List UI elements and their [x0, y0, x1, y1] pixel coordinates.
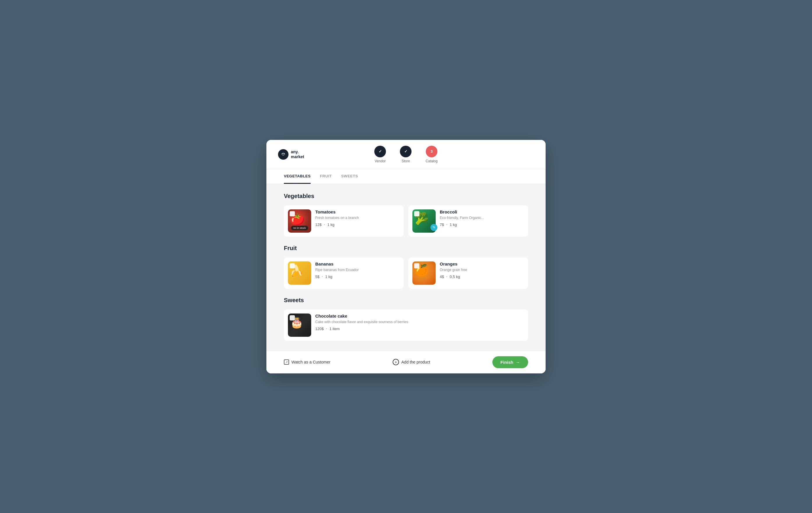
cake-checkbox[interactable]	[290, 315, 295, 320]
vegetables-grid: no in stock Tomatoes Fresh tomatoes on a…	[284, 205, 528, 237]
sweets-title: Sweets	[284, 297, 528, 304]
oranges-info: Oranges Orange grain free 4$ • 0,5 kg	[440, 261, 524, 279]
bananas-unit: 1 kg	[325, 275, 332, 279]
fruit-title: Fruit	[284, 245, 528, 252]
broccoli-meta: 7$ • 1 kg	[440, 223, 524, 227]
tomatoes-image-wrap: no in stock	[288, 209, 311, 233]
tomatoes-badge: no in stock	[291, 226, 308, 230]
section-vegetables: Vegetables no in stock Tomatoes Fresh to…	[284, 193, 528, 237]
bananas-meta: 5$ • 1 kg	[315, 275, 400, 279]
step-catalog-number: 3	[430, 149, 432, 153]
cake-unit: 1 item	[329, 326, 340, 331]
vegetables-title: Vegetables	[284, 193, 528, 200]
section-fruit: Fruit Bananas Ripe bananas from Ecuador …	[284, 245, 528, 289]
step-catalog: 3 Catalog	[426, 146, 437, 163]
main-window: any. market ✓ Vendor ✓ Store 3	[266, 140, 546, 373]
logo-text: any. market	[291, 149, 304, 160]
tomatoes-checkbox[interactable]	[290, 211, 295, 217]
oranges-checkbox[interactable]	[414, 263, 419, 268]
cake-meta: 120$ • 1 item	[315, 326, 524, 331]
step-catalog-circle: 3	[426, 146, 437, 157]
tomatoes-desc: Fresh tomatoes on a branch	[315, 216, 400, 221]
section-sweets: Sweets Chocolate cake Cake with chocolat…	[284, 297, 528, 341]
cake-image-wrap	[288, 314, 311, 337]
content-area: Vegetables no in stock Tomatoes Fresh to…	[266, 184, 546, 351]
step-vendor: ✓ Vendor	[374, 146, 386, 163]
broccoli-dot: •	[446, 223, 447, 227]
broccoli-desc: Eco-friendly, Farm Organic...	[440, 216, 524, 221]
watch-customer-link[interactable]: Watch as a Customer	[284, 360, 330, 365]
bananas-price: 5$	[315, 275, 319, 279]
broccoli-badge: %	[430, 224, 437, 231]
cake-name: Chocolate cake	[315, 314, 524, 318]
fruit-grid: Bananas Ripe bananas from Ecuador 5$ • 1…	[284, 257, 528, 289]
oranges-image-wrap	[412, 261, 436, 285]
tabs-bar: VEGETABLES FRUIT SWEETS	[266, 169, 546, 184]
broccoli-name: Broccoli	[440, 209, 524, 214]
tomatoes-unit: 1 kg	[327, 223, 335, 227]
external-link-icon	[284, 360, 289, 365]
bananas-info: Bananas Ripe bananas from Ecuador 5$ • 1…	[315, 261, 400, 279]
broccoli-unit: 1 kg	[450, 223, 457, 227]
add-product-button[interactable]: + Add the product	[393, 359, 430, 365]
broccoli-image-wrap: %	[412, 209, 436, 233]
step-vendor-circle: ✓	[374, 146, 386, 157]
add-icon: +	[393, 359, 399, 365]
step-catalog-label: Catalog	[426, 159, 437, 163]
oranges-name: Oranges	[440, 261, 524, 266]
bananas-name: Bananas	[315, 261, 400, 266]
oranges-price: 4$	[440, 275, 444, 279]
oranges-dot: •	[446, 275, 447, 279]
tab-fruit[interactable]: FRUIT	[320, 169, 332, 184]
logo: any. market	[278, 149, 304, 160]
cake-info: Chocolate cake Cake with chocolate flavo…	[315, 314, 524, 331]
bananas-desc: Ripe bananas from Ecuador	[315, 267, 400, 273]
tab-sweets[interactable]: SWEETS	[341, 169, 358, 184]
broccoli-info: Broccoli Eco-friendly, Farm Organic... 7…	[440, 209, 524, 227]
footer-bar: Watch as a Customer + Add the product Fi…	[266, 351, 546, 373]
product-card-bananas[interactable]: Bananas Ripe bananas from Ecuador 5$ • 1…	[284, 257, 404, 289]
finish-button[interactable]: Finish →	[492, 356, 528, 368]
add-product-label: Add the product	[401, 360, 430, 364]
cake-desc: Cake with chocolate flavor and exquisite…	[315, 320, 524, 324]
step-store-check: ✓	[404, 149, 407, 153]
tomatoes-meta: 12$ • 1 kg	[315, 223, 400, 227]
product-card-tomatoes[interactable]: no in stock Tomatoes Fresh tomatoes on a…	[284, 205, 404, 237]
oranges-desc: Orange grain free	[440, 267, 524, 273]
step-store-circle: ✓	[400, 146, 411, 157]
steps-container: ✓ Vendor ✓ Store 3 Catalog	[374, 146, 437, 163]
product-card-chocolate-cake[interactable]: Chocolate cake Cake with chocolate flavo…	[284, 309, 528, 341]
tomatoes-price: 12$	[315, 223, 322, 227]
watch-customer-label: Watch as a Customer	[291, 360, 330, 364]
oranges-meta: 4$ • 0,5 kg	[440, 275, 524, 279]
tomatoes-name: Tomatoes	[315, 209, 400, 214]
finish-label: Finish	[500, 360, 513, 365]
tomatoes-dot: •	[324, 223, 325, 227]
tab-vegetables[interactable]: VEGETABLES	[284, 169, 311, 184]
tomatoes-info: Tomatoes Fresh tomatoes on a branch 12$ …	[315, 209, 400, 227]
product-card-oranges[interactable]: Oranges Orange grain free 4$ • 0,5 kg	[408, 257, 528, 289]
oranges-unit: 0,5 kg	[450, 275, 460, 279]
broccoli-price: 7$	[440, 223, 444, 227]
bananas-checkbox[interactable]	[290, 263, 295, 268]
bananas-dot: •	[322, 275, 323, 279]
step-vendor-label: Vendor	[375, 159, 386, 163]
step-store: ✓ Store	[400, 146, 411, 163]
header: any. market ✓ Vendor ✓ Store 3	[266, 140, 546, 169]
broccoli-checkbox[interactable]	[414, 211, 419, 217]
cake-dot: •	[326, 326, 327, 331]
step-store-label: Store	[402, 159, 410, 163]
product-card-broccoli[interactable]: % Broccoli Eco-friendly, Farm Organic...…	[408, 205, 528, 237]
bananas-image-wrap	[288, 261, 311, 285]
finish-arrow-icon: →	[516, 360, 520, 365]
step-vendor-check: ✓	[379, 149, 382, 153]
cake-price: 120$	[315, 326, 324, 331]
logo-icon	[278, 149, 289, 160]
